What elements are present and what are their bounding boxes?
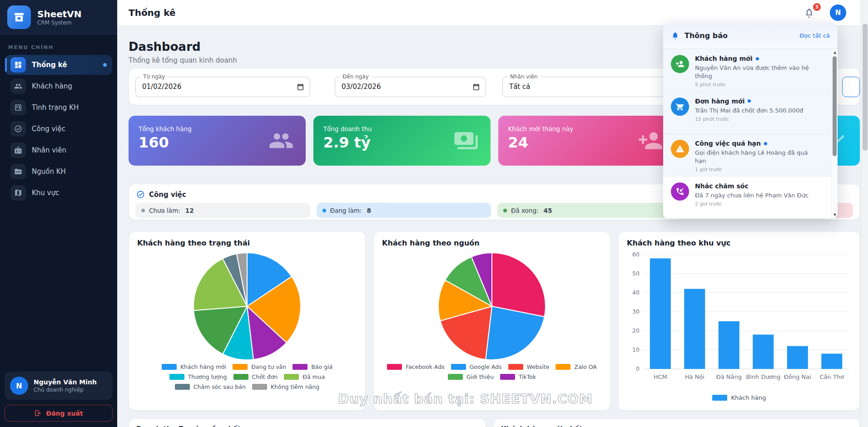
topbar-avatar[interactable]: N [830, 5, 846, 21]
bar[interactable] [753, 334, 774, 369]
task-pill-1: Chưa làm:12 [135, 203, 310, 218]
legend-item[interactable]: Thương lượng [169, 373, 227, 380]
cart-icon [675, 102, 684, 111]
bar[interactable] [719, 321, 739, 369]
legend-chip [233, 364, 248, 370]
phone-icon [675, 187, 684, 196]
notification-item-4[interactable]: Nhắc chăm sócĐã 7 ngày chưa liên hệ Phạm… [663, 177, 838, 219]
notification-item-2[interactable]: Đơn hàng mớiTrần Thị Mai đã chốt đơn 5.5… [663, 92, 838, 134]
calendar-icon[interactable] [472, 83, 480, 91]
filter-extra-fragment[interactable] [842, 77, 860, 97]
pill-label: Đã xong: [511, 207, 539, 214]
notification-title: Khách hàng mới [695, 55, 818, 62]
calendar-icon[interactable] [297, 83, 304, 91]
legend-item[interactable]: Không tiềm năng [252, 383, 319, 390]
svg-text:20: 20 [632, 327, 640, 334]
legend-item[interactable]: Giới thiệu [448, 373, 494, 380]
task-icon [10, 121, 26, 137]
bottom-row: Doanh thu 7 ngày gần nhất Khách hàng mới… [129, 418, 860, 427]
sidebar-item-5[interactable]: Nhân viên [5, 140, 112, 160]
card-title: Khách hàng mới nhất [501, 425, 852, 427]
people-icon [10, 79, 26, 94]
stat-card-2: Tổng doanh thu2.9 tỷ [313, 116, 491, 166]
notification-time: 15 phút trước [695, 116, 803, 122]
stat-label: Khách mới tháng này [508, 125, 574, 133]
bar-chart-region: 0102030405060HCMHà NộiĐà NẵngBình DươngĐ… [624, 250, 853, 393]
legend-item[interactable]: Báo giá [293, 363, 332, 370]
people-icon [268, 128, 294, 153]
sidebar-item-label: Tình trạng KH [32, 103, 79, 112]
stat-card-3: Khách mới tháng này24 [498, 116, 675, 166]
legend-chip [233, 374, 248, 380]
legend-item[interactable]: Google Ads [451, 363, 502, 370]
sidebar-item-label: Thống kê [32, 61, 67, 69]
logout-button[interactable]: Đăng xuất [5, 405, 113, 422]
notification-title: Công việc quá hạn [695, 140, 818, 147]
pie-slice[interactable] [492, 253, 546, 317]
status-dot [141, 209, 145, 212]
bar[interactable] [821, 353, 842, 369]
svg-text:Đồng Nai: Đồng Nai [784, 373, 811, 380]
notifications-bell-button[interactable]: 3 [804, 5, 819, 21]
bar[interactable] [787, 346, 808, 369]
bar[interactable] [650, 258, 671, 369]
person-add-icon [671, 55, 689, 73]
notification-item-1[interactable]: Khách hàng mớiNguyễn Văn An vừa được thê… [663, 49, 838, 92]
sidebar-item-4[interactable]: Công việc [5, 119, 112, 139]
legend-item[interactable]: Facebook Ads [387, 363, 445, 370]
date-to-value: 03/02/2026 [342, 83, 381, 91]
staff-select[interactable]: Nhân viên Tất cả [502, 77, 666, 97]
scrollbar-thumb[interactable] [833, 56, 837, 156]
chart-title: Khách hàng theo khu vực [627, 239, 730, 247]
pie-chart-status [129, 252, 365, 361]
pill-label: Chưa làm: [149, 207, 180, 214]
legend-item[interactable]: Đang tư vấn [233, 363, 286, 370]
chart-card-source: Khách hàng theo nguồn Facebook AdsGoogle… [373, 231, 610, 411]
legend-item[interactable]: Khách hàng mới [162, 363, 226, 370]
sidebar-item-1[interactable]: Thống kê [5, 55, 112, 75]
legend-item[interactable]: Đã mua [284, 373, 325, 380]
notification-scrollbar[interactable]: ▲ ▼ [831, 49, 838, 219]
date-from-field[interactable]: Từ ngày 01/02/2026 [135, 77, 310, 97]
dashboard-icon [10, 57, 26, 73]
status-dot [503, 209, 507, 212]
stat-label: Tổng khách hàng [139, 125, 192, 133]
page-scrollbar-thumb[interactable] [863, 24, 868, 151]
notification-item-3[interactable]: Công việc quá hạnGọi điện khách hàng Lê … [663, 134, 838, 177]
user-role: Chủ doanh nghiệp [34, 387, 97, 393]
page-title: Dashboard [129, 40, 201, 54]
legend-item[interactable]: Chăm sóc sau bán [175, 383, 246, 390]
notification-text: Đã 7 ngày chưa liên hệ Phạm Văn Đức [695, 191, 808, 200]
notification-list: Khách hàng mớiNguyễn Văn An vừa được thê… [663, 49, 838, 219]
notification-text: Gọi điện khách hàng Lê Hoàng đã quá hạn [695, 149, 818, 165]
legend-item[interactable]: TikTok [500, 373, 536, 380]
mark-all-read-link[interactable]: Đọc tất cả [799, 32, 830, 39]
scroll-up-arrow[interactable]: ▲ [832, 50, 838, 55]
notification-text: Nguyễn Văn An vừa được thêm vào hệ thống [695, 64, 818, 80]
legend-item[interactable]: Zalo OA [556, 363, 597, 370]
bar[interactable] [684, 289, 705, 369]
sidebar-item-label: Nhân viên [32, 146, 66, 154]
legend-item[interactable]: Chốt đơn [233, 373, 278, 380]
date-to-field[interactable]: Đến ngày 03/02/2026 [335, 77, 486, 97]
sidebar-item-6[interactable]: Nguồn KH [5, 162, 112, 182]
date-from-value: 01/02/2026 [142, 83, 181, 91]
stat-card-1: Tổng khách hàng160 [129, 116, 306, 166]
kanban-icon [10, 100, 26, 115]
bell-icon [671, 31, 680, 40]
page-scrollbar[interactable] [861, 0, 868, 427]
user-card[interactable]: N Nguyễn Văn Minh Chủ doanh nghiệp [5, 372, 113, 400]
svg-text:Đà Nẵng: Đà Nẵng [716, 373, 742, 380]
sidebar-item-3[interactable]: Tình trạng KH [5, 98, 112, 118]
tasks-header: Công việc [136, 190, 186, 199]
notification-title: Đơn hàng mới [695, 98, 803, 105]
sidebar-item-7[interactable]: Khu vực [5, 183, 112, 203]
legend-item[interactable]: Website [508, 363, 550, 370]
badge-icon [14, 146, 22, 154]
check-circle-icon [136, 190, 145, 199]
active-dot [103, 63, 107, 67]
pie-legend: Khách hàng mớiĐang tư vấnBáo giáThương l… [134, 363, 361, 390]
sidebar-menu: Thống kêKhách hàngTình trạng KHCông việc… [0, 55, 117, 203]
sidebar-item-2[interactable]: Khách hàng [5, 76, 112, 96]
topbar: Thống kê 3 N [117, 0, 861, 26]
